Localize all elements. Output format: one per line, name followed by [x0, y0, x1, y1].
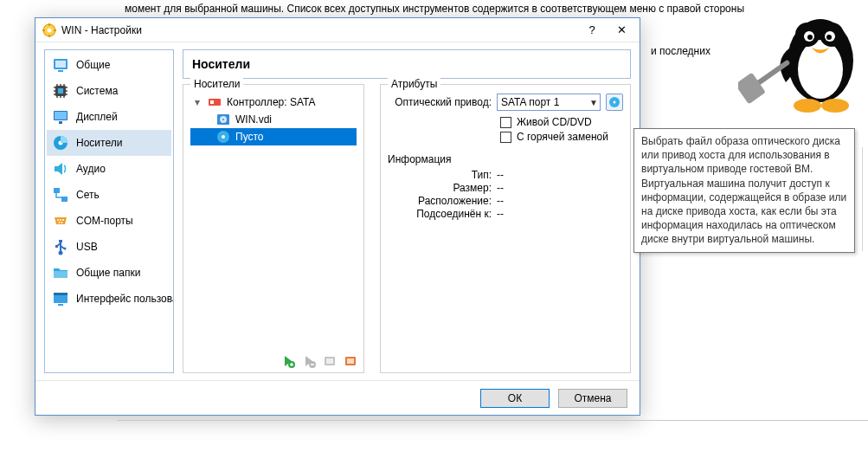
svg-rect-64 [326, 358, 333, 364]
svg-rect-55 [210, 100, 214, 104]
sidebar-item-usb[interactable]: USB [47, 234, 171, 260]
group-title-info: Информация [388, 153, 623, 165]
sidebar-item-label: USB [76, 241, 98, 253]
svg-point-60 [222, 135, 225, 139]
general-icon [52, 56, 69, 74]
settings-dialog: WIN - Настройки ? ✕ Общие Система [35, 17, 640, 416]
svg-point-44 [62, 219, 64, 221]
sidebar-item-network[interactable]: Сеть [47, 182, 171, 208]
ui-icon [52, 290, 69, 307]
svg-rect-48 [55, 245, 58, 248]
titlebar: WIN - Настройки ? ✕ [35, 18, 640, 42]
info-size-key: Размер: [388, 182, 492, 194]
tree-collapse-icon[interactable]: ▾ [192, 96, 203, 108]
svg-rect-22 [58, 88, 63, 94]
sata-controller-icon [208, 95, 222, 109]
decorative-line [862, 147, 863, 251]
add-attachment-button[interactable] [322, 353, 338, 369]
sidebar-item-audio[interactable]: Аудио [47, 156, 171, 182]
dialog-footer: ОК Отмена [35, 380, 640, 415]
svg-rect-50 [54, 271, 68, 278]
hdd-icon [216, 113, 230, 126]
display-icon [52, 108, 69, 126]
svg-rect-36 [55, 112, 67, 119]
sidebar-item-label: Носители [76, 137, 122, 149]
help-button[interactable]: ? [577, 21, 607, 40]
optical-disc-icon [216, 130, 230, 144]
storage-icon [52, 134, 69, 152]
info-size-val: -- [497, 182, 504, 194]
close-button[interactable]: ✕ [607, 21, 636, 40]
svg-rect-19 [55, 61, 66, 68]
live-cd-checkbox[interactable] [500, 117, 511, 128]
svg-point-47 [59, 251, 63, 255]
tree-controller-label: Контроллер: SATA [227, 96, 315, 108]
svg-point-43 [60, 219, 61, 221]
svg-point-42 [57, 219, 59, 221]
usb-icon [52, 238, 69, 255]
info-location-val: -- [497, 195, 504, 207]
dialog-title: WIN - Настройки [61, 24, 577, 36]
svg-point-11 [821, 99, 849, 113]
sidebar-item-shared-folders[interactable]: Общие папки [47, 260, 171, 286]
network-icon [52, 186, 69, 203]
info-type-val: -- [497, 169, 504, 181]
hotplug-checkbox[interactable] [500, 132, 511, 143]
hotplug-label: С горячей заменой [517, 131, 608, 143]
serial-port-icon [52, 212, 69, 229]
svg-rect-37 [59, 121, 62, 124]
sidebar-item-label: Интерфейс пользователя [76, 293, 174, 305]
storage-toolbar [280, 353, 358, 369]
ok-button[interactable]: ОК [480, 389, 550, 408]
info-connected-key: Подсоединён к: [388, 208, 492, 220]
svg-point-6 [807, 35, 813, 40]
add-controller-button[interactable] [280, 353, 296, 369]
tree-empty-row[interactable]: Пусто [190, 128, 357, 145]
sidebar-item-label: Система [76, 85, 118, 97]
sidebar-item-label: COM-порты [76, 215, 133, 227]
remove-controller-button[interactable] [301, 353, 317, 369]
sidebar-item-display[interactable]: Дисплей [47, 104, 171, 130]
choose-disk-button[interactable] [606, 94, 623, 111]
sidebar-item-label: Сеть [76, 189, 100, 201]
group-title-attributes: Атрибуты [388, 78, 440, 90]
svg-rect-52 [54, 293, 68, 295]
chevron-down-icon: ▼ [589, 98, 598, 107]
chip-icon [52, 82, 69, 100]
storage-tree-group: Носители ▾ Контроллер: SATA [183, 84, 364, 373]
svg-rect-53 [58, 304, 63, 306]
tree-disk-row[interactable]: WIN.vdi [190, 111, 357, 128]
remove-attachment-button[interactable] [343, 353, 358, 369]
svg-rect-20 [58, 70, 63, 72]
page-caption: Носители [183, 49, 631, 79]
background-frame-edge [117, 420, 868, 446]
svg-point-1 [798, 40, 843, 99]
sidebar-item-label: Аудио [76, 163, 106, 175]
sidebar-item-label: Дисплей [76, 111, 118, 123]
tree-controller-row[interactable]: ▾ Контроллер: SATA [190, 94, 357, 111]
category-sidebar: Общие Система Дисплей Носители [44, 49, 174, 373]
svg-point-7 [826, 35, 832, 40]
svg-point-45 [59, 222, 61, 223]
sidebar-item-storage[interactable]: Носители [47, 130, 171, 156]
audio-icon [52, 160, 69, 178]
sidebar-item-system[interactable]: Система [47, 78, 171, 104]
sidebar-item-label: Общие папки [76, 267, 140, 279]
sidebar-item-serial[interactable]: COM-порты [47, 208, 171, 234]
svg-point-68 [614, 101, 616, 104]
vbox-settings-icon [42, 23, 56, 37]
svg-point-10 [794, 99, 821, 113]
sidebar-item-general[interactable]: Общие [47, 52, 171, 78]
sidebar-item-ui[interactable]: Интерфейс пользователя [47, 286, 171, 312]
info-type-key: Тип: [388, 169, 492, 181]
tree-disk-label: WIN.vdi [235, 113, 272, 126]
group-title-storage: Носители [190, 78, 243, 90]
svg-point-13 [48, 28, 52, 32]
svg-rect-66 [347, 358, 354, 364]
svg-rect-9 [738, 73, 766, 105]
tree-empty-label: Пусто [235, 131, 264, 143]
optical-drive-select[interactable]: SATA порт 1 ▼ [497, 94, 601, 111]
optical-drive-label: Оптический привод: [388, 96, 492, 108]
cancel-button[interactable]: Отмена [558, 389, 627, 408]
info-location-key: Расположение: [388, 195, 492, 207]
